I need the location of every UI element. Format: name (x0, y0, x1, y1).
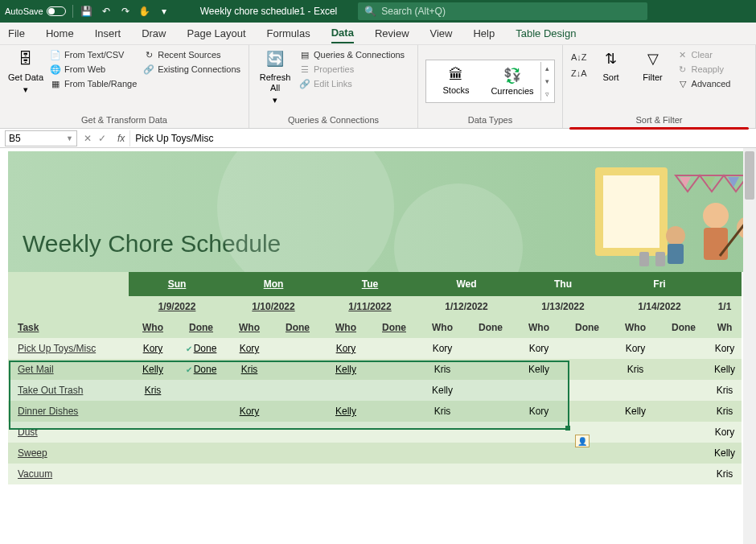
vertical-scrollbar[interactable] (743, 148, 756, 544)
existing-connections-button[interactable]: 🔗Existing Connections (142, 63, 242, 76)
who-cell[interactable]: Kelly (322, 359, 370, 380)
who-header[interactable]: Wh (708, 317, 742, 338)
done-cell[interactable] (370, 464, 418, 484)
date-header[interactable]: 1/13/2022 (515, 296, 611, 317)
done-cell[interactable] (659, 401, 708, 422)
who-header[interactable]: Who (322, 317, 370, 338)
who-header[interactable]: Who (129, 317, 177, 338)
who-cell[interactable]: Kory (225, 338, 273, 359)
who-cell[interactable] (418, 422, 466, 443)
who-cell[interactable] (418, 464, 466, 484)
done-cell[interactable] (659, 359, 708, 380)
who-cell[interactable] (515, 464, 563, 484)
from-text-csv-button[interactable]: 📄From Text/CSV (48, 48, 138, 61)
who-cell[interactable]: Kory (129, 338, 177, 359)
date-header[interactable]: 1/14/2022 (611, 296, 708, 317)
accept-formula-icon[interactable]: ✓ (98, 133, 106, 144)
done-cell[interactable] (370, 380, 418, 401)
sort-button[interactable]: ⇅Sort (592, 48, 631, 83)
tab-help[interactable]: Help (473, 24, 495, 43)
who-header[interactable]: Who (515, 317, 563, 338)
cancel-formula-icon[interactable]: ✕ (84, 133, 92, 144)
who-cell[interactable] (418, 443, 466, 464)
who-cell[interactable] (225, 422, 273, 443)
date-header[interactable]: 1/1 (708, 296, 742, 317)
done-cell[interactable] (273, 422, 322, 443)
formula-input[interactable]: Pick Up Toys/Misc (129, 130, 756, 146)
done-cell[interactable] (177, 401, 225, 422)
save-icon[interactable]: 💾 (80, 4, 94, 19)
done-cell[interactable] (370, 401, 418, 422)
name-box[interactable]: B5▼ (5, 130, 77, 146)
fx-icon[interactable]: fx (113, 133, 129, 144)
tab-home[interactable]: Home (46, 24, 74, 43)
get-data-button[interactable]: 🗄 Get Data▾ (6, 48, 45, 95)
who-cell[interactable] (611, 443, 659, 464)
day-header[interactable]: Tue (322, 272, 418, 296)
who-cell[interactable]: Kris (225, 359, 273, 380)
done-cell[interactable] (466, 359, 515, 380)
who-header[interactable]: Who (225, 317, 273, 338)
who-cell[interactable] (322, 464, 370, 484)
sort-za-button[interactable]: Z↓A (569, 68, 589, 79)
who-cell[interactable] (129, 464, 177, 484)
day-header[interactable]: Mon (225, 272, 322, 296)
tab-view[interactable]: View (430, 24, 453, 43)
recent-sources-button[interactable]: ↻Recent Sources (142, 48, 242, 61)
who-cell[interactable]: Kelly (418, 380, 466, 401)
advanced-button[interactable]: ▽Advanced (676, 77, 733, 90)
redo-icon[interactable]: ↷ (118, 4, 133, 19)
tab-insert[interactable]: Insert (95, 24, 121, 43)
task-cell[interactable]: Pick Up Toys/Misc (8, 338, 129, 359)
done-cell[interactable] (466, 464, 515, 484)
done-cell[interactable] (177, 443, 225, 464)
done-cell[interactable] (370, 422, 418, 443)
date-header[interactable]: 1/11/2022 (322, 296, 418, 317)
who-cell[interactable] (515, 443, 563, 464)
done-cell[interactable] (177, 422, 225, 443)
who-cell[interactable]: Kelly (611, 401, 659, 422)
tab-formulas[interactable]: Formulas (267, 24, 310, 43)
date-header[interactable]: 1/12/2022 (418, 296, 515, 317)
done-cell[interactable] (563, 380, 611, 401)
who-cell[interactable]: Kris (708, 464, 742, 484)
done-cell[interactable] (659, 422, 708, 443)
done-cell[interactable] (466, 338, 515, 359)
done-cell[interactable] (273, 359, 322, 380)
task-header[interactable]: Task (8, 317, 129, 338)
who-cell[interactable]: Kelly (515, 359, 563, 380)
touch-mode-icon[interactable]: ✋ (138, 4, 152, 19)
done-header[interactable]: Done (177, 317, 225, 338)
tab-file[interactable]: File (8, 24, 25, 43)
table-row[interactable]: Get MailKelly✔DoneKrisKellyKrisKellyKris… (8, 359, 742, 380)
who-cell[interactable] (225, 443, 273, 464)
task-cell[interactable]: Vacuum (8, 464, 129, 484)
who-cell[interactable]: Kris (418, 359, 466, 380)
who-cell[interactable]: Kory (418, 338, 466, 359)
who-cell[interactable]: Kory (708, 338, 742, 359)
done-cell[interactable] (273, 401, 322, 422)
who-cell[interactable]: Kory (515, 401, 563, 422)
done-cell[interactable] (659, 443, 708, 464)
undo-icon[interactable]: ↶ (99, 4, 113, 19)
done-header[interactable]: Done (563, 317, 611, 338)
done-header[interactable]: Done (659, 317, 708, 338)
tab-table-design[interactable]: Table Design (516, 24, 576, 43)
who-cell[interactable]: Kris (708, 401, 742, 422)
done-cell[interactable] (466, 401, 515, 422)
who-cell[interactable] (225, 380, 273, 401)
done-cell[interactable] (659, 380, 708, 401)
task-cell[interactable]: Dinner Dishes (8, 401, 129, 422)
tab-data[interactable]: Data (331, 23, 354, 43)
from-table-range-button[interactable]: ▦From Table/Range (48, 77, 138, 90)
who-cell[interactable] (322, 443, 370, 464)
done-header[interactable]: Done (370, 317, 418, 338)
gallery-up-icon[interactable]: ▴ (541, 62, 553, 75)
done-header[interactable]: Done (466, 317, 515, 338)
table-row[interactable]: Pick Up Toys/MiscKory✔DoneKoryKoryKoryKo… (8, 338, 742, 359)
data-types-gallery[interactable]: 🏛Stocks 💱Currencies ▴▾▿ (425, 60, 555, 103)
filter-button[interactable]: ▽Filter (634, 48, 672, 83)
stocks-type[interactable]: 🏛Stocks (428, 64, 484, 98)
who-cell[interactable] (129, 422, 177, 443)
done-cell[interactable]: ✔Done (177, 338, 225, 359)
